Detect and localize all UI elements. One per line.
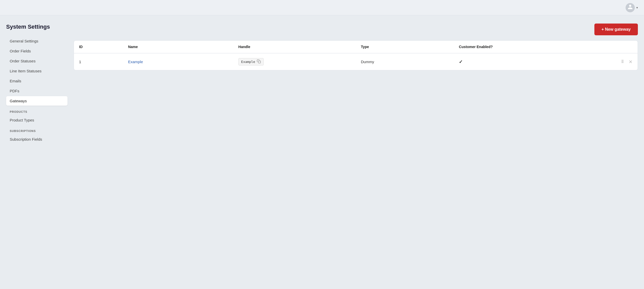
user-icon: [627, 4, 633, 11]
sidebar-item-pdfs[interactable]: PDFs: [6, 86, 68, 96]
table-body: 1 Example Example: [74, 53, 638, 70]
svg-rect-0: [258, 61, 261, 63]
user-menu[interactable]: ▾: [626, 3, 638, 12]
col-header-customer-enabled: Customer Enabled?: [454, 41, 576, 53]
svg-point-1: [622, 60, 622, 60]
cell-customer-enabled: ✓: [454, 53, 576, 70]
svg-point-5: [622, 62, 622, 63]
svg-point-2: [623, 60, 623, 60]
sidebar-item-order-statuses[interactable]: Order Statuses: [6, 56, 68, 66]
main-layout: System Settings General Settings Order F…: [0, 15, 644, 152]
col-header-id: ID: [74, 41, 123, 53]
section-label-products: PRODUCTS: [6, 106, 68, 115]
content-header: + New gateway: [74, 24, 638, 35]
col-header-type: Type: [356, 41, 454, 53]
col-header-handle: Handle: [233, 41, 356, 53]
handle-badge: Example: [238, 58, 264, 65]
gateways-table-container: ID Name Handle Type Customer Enabled? 1 …: [74, 40, 638, 70]
sidebar-item-subscription-fields[interactable]: Subscription Fields: [6, 135, 68, 144]
action-icons: ✕: [581, 59, 632, 65]
gateways-table: ID Name Handle Type Customer Enabled? 1 …: [74, 41, 638, 70]
sidebar-item-product-types[interactable]: Product Types: [6, 115, 68, 125]
sidebar-item-general-settings[interactable]: General Settings: [6, 36, 68, 46]
new-gateway-button[interactable]: + New gateway: [594, 24, 638, 35]
page-title: System Settings: [6, 24, 68, 30]
col-header-name: Name: [123, 41, 233, 53]
cell-actions: ✕: [576, 53, 638, 70]
delete-icon[interactable]: ✕: [629, 59, 632, 65]
drag-handle-icon[interactable]: [620, 59, 625, 64]
cell-id: 1: [74, 53, 123, 70]
cell-name: Example: [123, 53, 233, 70]
sidebar-item-line-item-statuses[interactable]: Line Item Statuses: [6, 66, 68, 76]
topbar: ▾: [0, 0, 644, 15]
cell-type: Dummy: [356, 53, 454, 70]
col-header-actions: [576, 41, 638, 53]
sidebar: System Settings General Settings Order F…: [6, 24, 68, 144]
sidebar-nav: General Settings Order Fields Order Stat…: [6, 36, 68, 144]
cell-handle: Example: [233, 53, 356, 70]
table-header: ID Name Handle Type Customer Enabled?: [74, 41, 638, 53]
section-label-subscriptions: SUBSCRIPTIONS: [6, 125, 68, 134]
chevron-down-icon: ▾: [636, 6, 638, 9]
checkmark-icon: ✓: [459, 59, 463, 64]
table-header-row: ID Name Handle Type Customer Enabled?: [74, 41, 638, 53]
sidebar-item-order-fields[interactable]: Order Fields: [6, 46, 68, 56]
gateway-name-link[interactable]: Example: [128, 60, 143, 64]
handle-text: Example: [241, 60, 255, 64]
sidebar-item-gateways[interactable]: Gateways: [6, 96, 68, 106]
avatar: [626, 3, 635, 12]
table-row: 1 Example Example: [74, 53, 638, 70]
copy-icon[interactable]: [257, 59, 261, 64]
svg-point-4: [623, 61, 623, 62]
svg-point-6: [623, 62, 623, 63]
sidebar-item-emails[interactable]: Emails: [6, 76, 68, 86]
content-area: + New gateway ID Name Handle Type Custom…: [74, 24, 638, 144]
svg-point-3: [622, 61, 622, 62]
